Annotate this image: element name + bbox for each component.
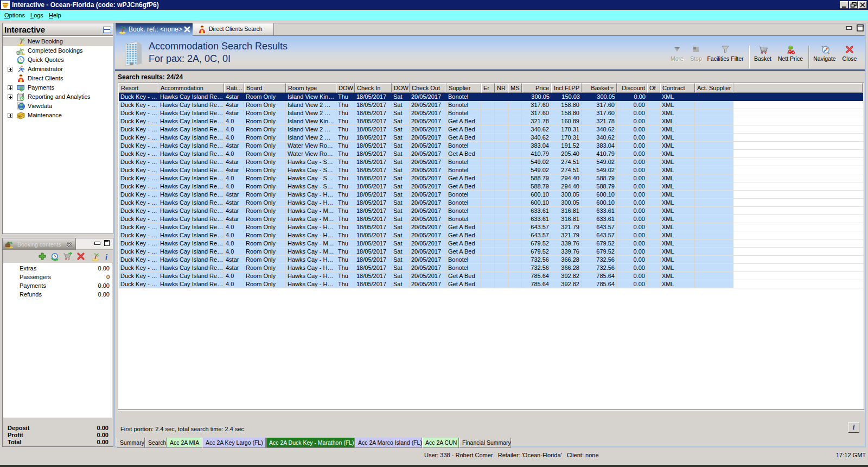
svg-text:i: i (105, 253, 108, 261)
svg-text:$: $ (20, 85, 24, 92)
